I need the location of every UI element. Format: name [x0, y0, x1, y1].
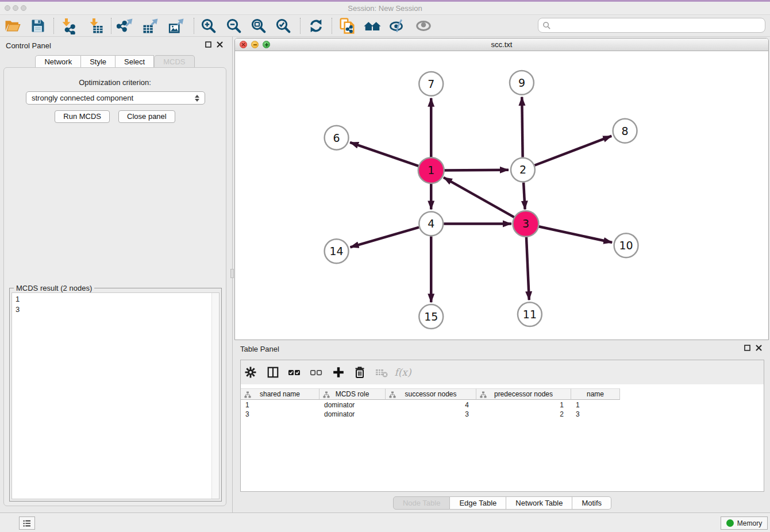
- cell-name: 3: [571, 410, 620, 419]
- float-table-panel-icon[interactable]: [744, 345, 750, 351]
- float-panel-icon[interactable]: [205, 41, 211, 48]
- import-network-icon[interactable]: [59, 17, 77, 35]
- column-header-mcds-role[interactable]: MCDS role: [319, 388, 386, 400]
- hierarchy-icon: [480, 391, 487, 398]
- network-graph: 7968124314101511: [235, 51, 768, 340]
- graph-edge-4-14[interactable]: [351, 228, 419, 248]
- zoom-fit-icon[interactable]: [249, 17, 268, 35]
- network-maximize-button[interactable]: [263, 41, 270, 48]
- optimization-criterion-select[interactable]: strongly connected component: [26, 91, 205, 105]
- network-minimize-button[interactable]: [251, 41, 259, 48]
- import-table-icon[interactable]: [86, 17, 105, 35]
- tab-edge-table[interactable]: Edge Table: [450, 496, 506, 510]
- export-image-icon[interactable]: [167, 17, 186, 35]
- graph-node-14[interactable]: 14: [325, 239, 349, 263]
- graph-node-4[interactable]: 4: [419, 211, 443, 236]
- hierarchy-icon: [389, 391, 396, 398]
- cell-successor: 3: [386, 410, 476, 419]
- graph-edge-2-8[interactable]: [534, 136, 611, 165]
- column-header-name[interactable]: name: [571, 388, 620, 400]
- mcds-result-area[interactable]: 1 3: [11, 292, 220, 499]
- refresh-network-icon[interactable]: [307, 17, 325, 35]
- table-settings-icon[interactable]: [242, 364, 259, 381]
- zoom-in-icon[interactable]: [199, 17, 218, 35]
- tab-mcds[interactable]: MCDS: [154, 55, 194, 68]
- clone-network-icon[interactable]: [338, 17, 356, 35]
- save-session-icon[interactable]: [29, 17, 47, 35]
- tab-motifs[interactable]: Motifs: [572, 496, 611, 510]
- zoom-selected-icon[interactable]: [274, 17, 292, 35]
- tab-network[interactable]: Network: [35, 55, 81, 68]
- search-input[interactable]: [551, 19, 765, 32]
- table-toolbar: f(x): [241, 360, 764, 384]
- graph-edge-2-3[interactable]: [523, 183, 525, 210]
- graph-node-11[interactable]: 11: [518, 302, 542, 326]
- column-layout-icon[interactable]: [264, 364, 282, 381]
- cell-shared_name: 3: [241, 410, 319, 419]
- tab-style[interactable]: Style: [81, 55, 116, 68]
- open-session-icon[interactable]: [3, 17, 22, 35]
- fx-label: f(x): [394, 367, 411, 378]
- vertical-splitter[interactable]: [230, 37, 234, 512]
- graph-edge-3-10[interactable]: [538, 226, 612, 242]
- control-panel-title: Control Panel: [6, 41, 51, 50]
- table-panel-tabs: Node TableEdge TableNetwork TableMotifs: [234, 496, 770, 510]
- run-mcds-button[interactable]: Run MCDS: [55, 110, 110, 123]
- graph-node-10[interactable]: 10: [614, 233, 638, 257]
- apply-function-icon[interactable]: f(x): [394, 364, 411, 381]
- selected-criterion: strongly connected component: [32, 94, 133, 102]
- graph-node-7[interactable]: 7: [419, 72, 443, 96]
- graph-node-9[interactable]: 9: [510, 71, 534, 95]
- show-hide-panels-icon[interactable]: [414, 17, 433, 35]
- tab-network-table[interactable]: Network Table: [506, 496, 572, 510]
- tab-node-table[interactable]: Node Table: [393, 496, 451, 510]
- column-header-shared-name[interactable]: shared name: [241, 388, 319, 400]
- column-header-predecessor-nodes[interactable]: predecessor nodes: [476, 388, 571, 400]
- graph-edge-3-11[interactable]: [526, 236, 529, 300]
- close-table-panel-icon[interactable]: [756, 345, 762, 351]
- column-header-successor-nodes[interactable]: successor nodes: [386, 388, 476, 400]
- close-panel-button[interactable]: Close panel: [118, 110, 175, 123]
- network-canvas[interactable]: 7968124314101511: [235, 51, 768, 340]
- graph-edge-3-1[interactable]: [444, 178, 515, 218]
- result-scrollbar[interactable]: [211, 293, 219, 499]
- tab-select[interactable]: Select: [116, 55, 154, 68]
- close-panel-icon[interactable]: [217, 41, 223, 48]
- graph-edge-1-2[interactable]: [444, 170, 509, 171]
- delete-column-icon[interactable]: [351, 364, 368, 381]
- svg-text:1: 1: [428, 164, 434, 176]
- graph-node-3[interactable]: 3: [513, 211, 538, 237]
- network-close-button[interactable]: [240, 41, 247, 48]
- network-window-titlebar[interactable]: scc.txt: [235, 38, 768, 51]
- graph-node-2[interactable]: 2: [511, 158, 535, 182]
- graph-edge-2-9[interactable]: [522, 97, 522, 157]
- deselect-all-checkboxes-icon[interactable]: [307, 364, 325, 381]
- svg-text:11: 11: [523, 308, 537, 321]
- search-box[interactable]: [538, 18, 765, 33]
- graph-node-6[interactable]: 6: [325, 126, 349, 150]
- show-vizmapper-icon[interactable]: [388, 17, 407, 35]
- cell-successor: 4: [386, 400, 476, 410]
- graph-node-15[interactable]: 15: [419, 304, 443, 329]
- export-table-icon[interactable]: [141, 17, 160, 35]
- table-panel: Table Panel: [234, 340, 770, 512]
- graph-edge-1-6[interactable]: [350, 142, 419, 167]
- delete-table-icon[interactable]: [373, 364, 390, 381]
- hierarchy-icon: [244, 391, 251, 398]
- graph-node-8[interactable]: 8: [613, 119, 637, 143]
- svg-text:9: 9: [518, 76, 525, 89]
- cell-predecessor: 2: [476, 410, 571, 419]
- svg-text:7: 7: [428, 78, 434, 90]
- zoom-out-icon[interactable]: [225, 17, 243, 35]
- cell-name: 1: [571, 400, 620, 410]
- table-row[interactable]: 3dominator323: [241, 410, 764, 419]
- memory-button[interactable]: Memory: [721, 516, 768, 530]
- export-network-icon[interactable]: [116, 17, 134, 35]
- graph-node-1[interactable]: 1: [418, 157, 444, 183]
- add-column-icon[interactable]: [330, 364, 347, 381]
- svg-text:2: 2: [519, 163, 526, 176]
- task-history-button[interactable]: [19, 516, 35, 530]
- table-row[interactable]: 1dominator411: [241, 400, 764, 410]
- select-all-checkboxes-icon[interactable]: [286, 364, 303, 381]
- reset-view-icon[interactable]: [363, 17, 382, 35]
